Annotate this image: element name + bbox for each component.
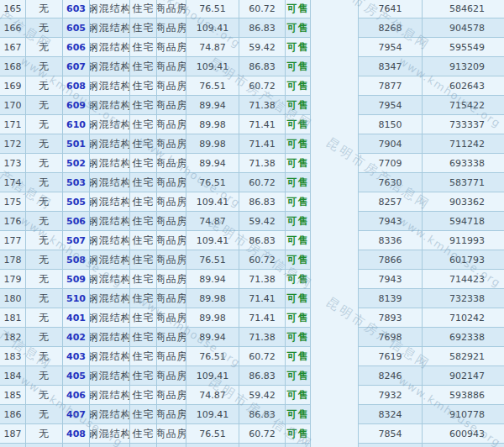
flag-cell: 无: [26, 38, 63, 57]
total-price-cell: 911993: [423, 231, 504, 250]
house-type-cell: 商品房: [157, 289, 186, 308]
table-row: 186无407钢混结构住宅商品房109.4186.83可售8324910778: [0, 405, 504, 424]
structure-cell: 钢混结构: [90, 308, 130, 328]
unit-number-link[interactable]: 401: [63, 308, 90, 328]
usage-cell: 住宅: [130, 289, 157, 308]
inner-area-cell: 86.83: [239, 57, 286, 76]
house-type-cell: 商品房: [157, 366, 186, 386]
row-number-cell: 184: [0, 366, 26, 386]
build-area-cell: 76.51: [186, 250, 239, 270]
unit-number-link[interactable]: 502: [63, 154, 90, 173]
usage-cell: 住宅: [130, 18, 157, 38]
unit-price-cell: 8347: [359, 57, 423, 76]
inner-area-cell: 71.41: [239, 308, 286, 328]
house-type-cell: 商品房: [157, 38, 186, 57]
unit-number-link[interactable]: 501: [63, 134, 90, 154]
status-cell: 可售: [286, 424, 311, 444]
unit-number-link[interactable]: 607: [63, 57, 90, 76]
build-area-cell: 89.98: [186, 115, 239, 134]
unit-number-link[interactable]: 610: [63, 115, 90, 134]
structure-cell: 钢混结构: [90, 18, 130, 38]
unit-number-link[interactable]: 609: [63, 96, 90, 115]
structure-cell: 钢混结构: [90, 57, 130, 76]
status-cell: 可售: [286, 96, 311, 115]
inner-area-cell: 60.72: [239, 250, 286, 270]
unit-price-cell: 8324: [359, 405, 423, 424]
structure-cell: 钢混结构: [90, 76, 130, 96]
inner-area-cell: 86.83: [239, 18, 286, 38]
flag-cell: 无: [26, 289, 63, 308]
build-area-cell: 109.41: [186, 192, 239, 212]
total-price-cell: 582921: [423, 347, 504, 366]
structure-cell: 钢混结构: [90, 289, 130, 308]
status-cell: 可售: [286, 366, 311, 386]
structure-cell: 钢混结构: [90, 366, 130, 386]
unit-number-link[interactable]: 509: [63, 270, 90, 289]
total-price-cell: 913209: [423, 57, 504, 76]
table-row-partial: [0, 444, 504, 447]
total-price-cell: 594718: [423, 212, 504, 231]
unit-number-link[interactable]: 605: [63, 18, 90, 38]
flag-cell: 无: [26, 173, 63, 192]
unit-number-link[interactable]: 503: [63, 173, 90, 192]
house-type-cell: 商品房: [157, 115, 186, 134]
usage-cell: 住宅: [130, 386, 157, 405]
flag-cell: 无: [26, 154, 63, 173]
build-area-cell: 89.98: [186, 308, 239, 328]
unit-number-link[interactable]: 405: [63, 366, 90, 386]
structure-cell: 钢混结构: [90, 250, 130, 270]
row-number-cell: 186: [0, 405, 26, 424]
structure-cell: 钢混结构: [90, 173, 130, 192]
flag-cell: 无: [26, 192, 63, 212]
build-area-cell: 74.87: [186, 38, 239, 57]
build-area-cell: 89.98: [186, 289, 239, 308]
row-number-cell: 187: [0, 424, 26, 444]
table-row: 173无502钢混结构住宅商品房89.9471.38可售7709693338: [0, 154, 504, 173]
unit-number-link[interactable]: 408: [63, 424, 90, 444]
unit-number-link[interactable]: 507: [63, 231, 90, 250]
inner-area-cell: 59.42: [239, 38, 286, 57]
row-number-cell: 181: [0, 308, 26, 328]
row-number-cell: 182: [0, 328, 26, 347]
status-cell: 可售: [286, 212, 311, 231]
status-cell: 可售: [286, 18, 311, 38]
build-area-cell: 74.87: [186, 212, 239, 231]
unit-number-link[interactable]: 508: [63, 250, 90, 270]
usage-cell: 住宅: [130, 328, 157, 347]
status-cell: 可售: [286, 231, 311, 250]
house-type-cell: 商品房: [157, 212, 186, 231]
build-area-cell: 109.41: [186, 405, 239, 424]
unit-number-link[interactable]: 406: [63, 386, 90, 405]
unit-number-link[interactable]: 505: [63, 192, 90, 212]
usage-cell: 住宅: [130, 424, 157, 444]
usage-cell: 住宅: [130, 405, 157, 424]
row-number-cell: 175: [0, 192, 26, 212]
status-cell: 可售: [286, 347, 311, 366]
structure-cell: 钢混结构: [90, 212, 130, 231]
unit-number-link[interactable]: 510: [63, 289, 90, 308]
total-price-cell: 904578: [423, 18, 504, 38]
usage-cell: 住宅: [130, 173, 157, 192]
unit-number-link[interactable]: 603: [63, 0, 90, 18]
usage-cell: 住宅: [130, 347, 157, 366]
unit-number-link[interactable]: 407: [63, 405, 90, 424]
row-number-cell: 172: [0, 134, 26, 154]
table-row: 167无606钢混结构住宅商品房74.8759.42可售7954595549: [0, 38, 504, 57]
unit-number-link[interactable]: 606: [63, 38, 90, 57]
unit-number-link[interactable]: 506: [63, 212, 90, 231]
total-price-cell: 584621: [423, 0, 504, 18]
row-number-cell: 170: [0, 96, 26, 115]
build-area-cell: 76.51: [186, 347, 239, 366]
unit-price-cell: 7954: [359, 38, 423, 57]
unit-price-cell: 8336: [359, 231, 423, 250]
unit-number-link[interactable]: 403: [63, 347, 90, 366]
table-row: 178无508钢混结构住宅商品房76.5160.72可售7866601793: [0, 250, 504, 270]
inner-area-cell: 86.83: [239, 405, 286, 424]
build-area-cell: 109.41: [186, 57, 239, 76]
structure-cell: 钢混结构: [90, 328, 130, 347]
table-row: 182无402钢混结构住宅商品房89.9471.38可售7698692338: [0, 328, 504, 347]
unit-number-link[interactable]: 608: [63, 76, 90, 96]
build-area-cell: 89.94: [186, 270, 239, 289]
unit-number-link[interactable]: 402: [63, 328, 90, 347]
structure-cell: 钢混结构: [90, 134, 130, 154]
